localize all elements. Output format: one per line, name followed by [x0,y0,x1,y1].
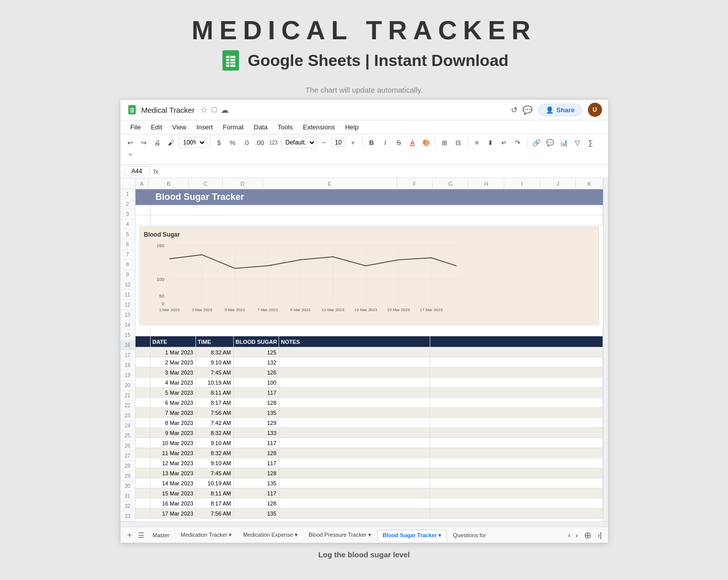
cell-rnum [136,509,151,518]
menu-data[interactable]: Data [250,121,272,133]
cell-sugar: 117 [234,438,279,448]
tab-medication-expense[interactable]: Medication Expense ▾ [238,530,302,540]
paint-format-button[interactable]: 🖌 [165,136,177,149]
valign-button[interactable]: ⬍ [485,136,497,149]
font-select[interactable]: Default... [281,137,316,148]
cell-notes [279,408,430,417]
star-icon[interactable]: ☆ [201,105,208,115]
wrap-button[interactable]: ↵ [498,136,510,149]
svg-text:15 Mar 2023: 15 Mar 2023 [387,308,410,312]
redo-button[interactable]: ↪ [138,136,150,149]
row-num-25: 25 [120,431,135,441]
cell-time: 8:17 AM [196,398,234,407]
cell-rnum [136,488,151,498]
cell-reference-input[interactable] [124,166,150,176]
font-size-input[interactable] [332,138,346,147]
comment-button[interactable]: 💬 [544,136,556,149]
borders-button[interactable]: ⊞ [439,136,451,149]
font-size-increase-button[interactable]: + [347,136,359,149]
cell-time: 9:10 AM [196,438,234,448]
undo-button[interactable]: ↩ [124,136,137,149]
tab-next-button[interactable]: › [574,530,580,540]
percent-button[interactable]: % [227,136,239,149]
bold-button[interactable]: B [366,136,378,149]
merge-button[interactable]: ⊟ [452,136,465,149]
chart-button[interactable]: 📊 [558,136,570,149]
strikethrough-button[interactable]: S [393,136,405,149]
menu-view[interactable]: View [168,121,190,133]
decimal-decrease-button[interactable]: .0 [240,136,252,149]
svg-rect-12 [144,241,467,319]
currency-button[interactable]: $ [213,136,225,149]
cell-sugar: 128 [234,498,279,508]
row-2 [136,205,603,215]
zoom-select[interactable]: 100% [179,137,207,148]
row-num-21: 21 [120,391,135,401]
expand-button[interactable]: ⌃ [124,150,137,162]
menu-help[interactable]: Help [341,121,363,133]
menu-file[interactable]: File [126,121,145,133]
menu-format[interactable]: Format [219,121,247,133]
fill-color-button[interactable]: 🎨 [420,136,432,149]
align-button[interactable]: ≡ [471,136,483,149]
table-row: 16 Mar 2023 8:17 AM 128 [136,498,603,509]
cloud-icon[interactable]: ☁ [221,105,229,115]
italic-button[interactable]: I [379,136,391,149]
vertical-scrollbar[interactable] [603,178,608,522]
menu-bar: File Edit View Insert Format Data Tools … [120,120,608,134]
history-icon[interactable]: ↺ [511,105,517,115]
cell-rnum [136,468,151,478]
r3-a [136,215,151,225]
tab-questions[interactable]: Questions for [448,530,491,540]
cell-rest [430,368,603,377]
cell-sugar: 117 [234,388,279,397]
tab-medication-tracker[interactable]: Medication Tracker ▾ [175,530,237,540]
sheet-menu-button[interactable]: ☰ [136,530,147,540]
rotate-button[interactable]: ↷ [512,136,524,149]
table-row: 17 Mar 2023 7:56 AM 135 [136,509,603,519]
subtitle-row: Google Sheets | Instant Download [191,49,537,71]
row-num-12: 12 [120,300,135,310]
number-format-button[interactable]: 123 [268,136,280,149]
folder-icon[interactable]: □ [212,105,217,115]
row-num-31: 31 [120,491,135,501]
cell-rnum [136,378,151,387]
row-num-23: 23 [120,411,135,421]
menu-edit[interactable]: Edit [147,121,166,133]
cell-date: 17 Mar 2023 [151,509,196,518]
tab-end-button[interactable]: ›| [595,530,604,540]
divider-2 [362,137,363,148]
function-button[interactable]: ∑ [585,136,597,149]
tab-blood-sugar[interactable]: Blood Sugar Tracker ▾ [377,530,447,541]
file-name: Medical Tracker [142,106,195,114]
tab-blood-pressure[interactable]: Blood Pressure Tracker ▾ [304,530,376,540]
link-button[interactable]: 🔗 [531,136,543,149]
menu-tools[interactable]: Tools [274,121,297,133]
tab-master[interactable]: Master [148,530,175,540]
menu-insert[interactable]: Insert [192,121,217,133]
print-button[interactable]: 🖨 [152,136,164,149]
add-sheet-button[interactable]: + [124,530,135,541]
filter-button[interactable]: ▽ [571,136,583,149]
svg-text:17 Mar 2023: 17 Mar 2023 [420,308,442,312]
share-button[interactable]: 👤 Share [538,103,582,117]
row-num-6: 6 [120,240,135,250]
add-sheet-icon-button[interactable]: ⊕ [581,529,594,542]
tab-prev-button[interactable]: ‹ [566,530,573,540]
menu-extensions[interactable]: Extensions [299,121,339,133]
table-row: 4 Mar 2023 10:19 AM 100 [136,378,603,388]
cell-time: 8:32 AM [196,347,234,357]
col-header-i: I [504,178,540,189]
formula-input[interactable] [163,168,604,175]
cell-sugar: 135 [234,478,279,488]
row-num-18: 18 [120,360,135,371]
cell-time: 8:11 AM [196,388,234,397]
text-color-button[interactable]: A [407,136,419,149]
horizontal-scrollbar[interactable] [120,522,608,527]
font-size-decrease-button[interactable]: − [318,136,330,149]
cell-rnum [136,347,151,357]
cell-sugar: 117 [234,458,279,468]
comments-icon[interactable]: 💬 [522,105,533,115]
row-num-10: 10 [120,280,135,290]
decimal-increase-button[interactable]: .00 [254,136,266,149]
